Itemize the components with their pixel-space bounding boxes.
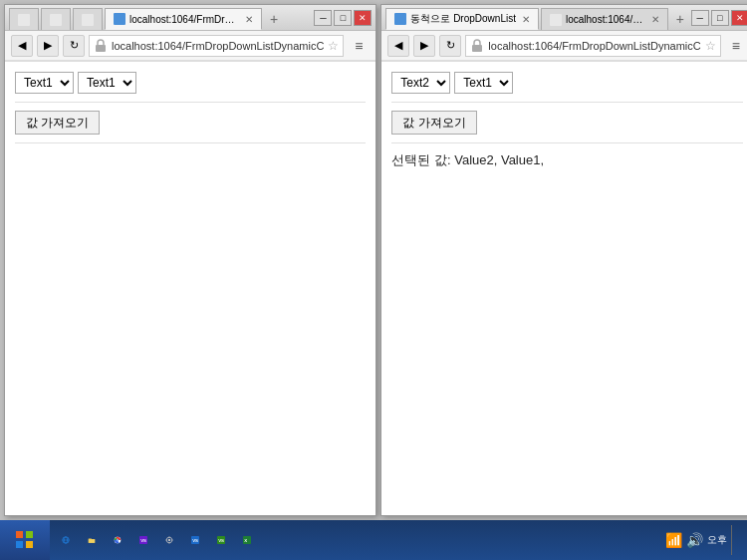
win-controls-1: ─ □ ✕ (314, 10, 372, 26)
divider-1 (15, 102, 366, 103)
forward-btn-2[interactable]: ▶ (413, 35, 435, 57)
vs2-icon: VS (191, 530, 199, 550)
taskbar-items: VS VS VS (50, 528, 657, 552)
tab-label-2b: localhost:1064/FrmDropDownListDynamicC 5… (566, 14, 645, 25)
tab-active-1[interactable]: localhost:1064/FrmDropDownListDynamicC 5… (105, 8, 262, 30)
vs-icon: VS (139, 530, 147, 550)
logo-q4 (26, 541, 33, 548)
selected-values-2: 선택된 값: Value2, Value1, (391, 151, 742, 169)
back-btn-2[interactable]: ◀ (387, 35, 409, 57)
vscode-icon: VS (217, 530, 225, 550)
tab-active-2a[interactable]: 동척으로 DropDownList ✕ (385, 8, 539, 30)
divider-2 (391, 102, 742, 103)
win-controls-2: ─ □ ✕ (691, 10, 747, 26)
svg-rect-4 (96, 45, 106, 52)
maximize-btn-2[interactable]: □ (711, 10, 729, 26)
close-btn-2[interactable]: ✕ (731, 10, 747, 26)
tab-label-2a: 동척으로 DropDownList (410, 12, 516, 26)
show-desktop[interactable] (731, 525, 739, 555)
logo-q2 (26, 531, 33, 538)
title-bar-1: localhost:1064/FrmDropDownListDynamicC 5… (5, 5, 375, 31)
page-icon (82, 14, 94, 26)
svg-point-17 (168, 539, 170, 541)
tab-list-2: 동척으로 DropDownList ✕ localhost:1064/FrmDr… (385, 5, 690, 30)
svg-rect-7 (472, 45, 482, 52)
svg-rect-5 (394, 13, 406, 25)
new-tab-btn-2[interactable]: + (670, 8, 690, 30)
taskbar-chrome[interactable] (106, 528, 129, 552)
address-text-2: localhost:1064/FrmDropDownListDynamicC (488, 40, 700, 52)
logo-q1 (16, 531, 23, 538)
browser-window-1: localhost:1064/FrmDropDownListDynamicC 5… (4, 4, 376, 516)
menu-btn-1[interactable]: ≡ (348, 35, 370, 57)
svg-text:VS: VS (140, 538, 146, 543)
minimize-btn-2[interactable]: ─ (691, 10, 709, 26)
tab-close-1[interactable]: ✕ (245, 14, 253, 25)
refresh-btn-1[interactable]: ↻ (63, 35, 85, 57)
chrome-icon (114, 530, 122, 550)
taskbar-vscode[interactable]: VS (209, 528, 233, 552)
back-btn-1[interactable]: ◀ (11, 35, 33, 57)
tab-2b[interactable]: localhost:1064/FrmDropDownListDynamicC 5… (541, 8, 668, 30)
taskbar: VS VS VS (0, 520, 747, 560)
taskbar-excel[interactable]: X (235, 528, 259, 552)
svg-point-13 (117, 539, 119, 541)
tab-icon-1c[interactable] (73, 8, 103, 30)
dropdown-select-1a[interactable]: Text1 Text2 (15, 72, 74, 94)
menu-btn-2[interactable]: ≡ (725, 35, 747, 57)
address-input-2[interactable]: localhost:1064/FrmDropDownListDynamicC ☆ (465, 35, 720, 57)
excel-icon: X (243, 530, 251, 550)
lock-icon-1 (94, 39, 108, 53)
logo-q3 (16, 541, 23, 548)
tab-close-2a[interactable]: ✕ (522, 14, 530, 25)
refresh-btn-2[interactable]: ↻ (439, 35, 461, 57)
tab-close-2b[interactable]: ✕ (651, 14, 659, 25)
tab-list-1: localhost:1064/FrmDropDownListDynamicC 5… (9, 5, 314, 30)
svg-rect-1 (50, 14, 62, 26)
address-bar-1: ◀ ▶ ↻ localhost:1064/FrmDropDownListDyna… (5, 31, 375, 61)
taskbar-vs[interactable]: VS (131, 528, 155, 552)
new-tab-btn-1[interactable]: + (264, 8, 284, 30)
svg-rect-0 (18, 14, 30, 26)
tray-network[interactable]: 📶 (665, 532, 682, 548)
dropdown-select-2a[interactable]: Text2 Text1 (391, 72, 450, 94)
dropdown-select-2b[interactable]: Text1 Text2 (454, 72, 513, 94)
svg-rect-2 (82, 14, 94, 26)
page-icon (50, 14, 62, 26)
taskbar-explorer[interactable] (80, 528, 104, 552)
desktop: localhost:1064/FrmDropDownListDynamicC 5… (0, 0, 747, 520)
page-icon (18, 14, 30, 26)
address-text-1: localhost:1064/FrmDropDownListDynamicC (112, 40, 324, 52)
taskbar-tools[interactable] (157, 528, 181, 552)
address-input-1[interactable]: localhost:1064/FrmDropDownListDynamicC ☆ (89, 35, 344, 57)
taskbar-vs2[interactable]: VS (183, 528, 207, 552)
svg-text:X: X (244, 538, 247, 543)
start-button[interactable] (0, 520, 50, 560)
page-favicon (114, 13, 125, 25)
star-icon-1[interactable]: ☆ (328, 39, 339, 53)
fetch-btn-2[interactable]: 값 가져오기 (391, 111, 476, 135)
dropdown-select-1b[interactable]: Text1 Text2 (78, 72, 136, 94)
close-btn-1[interactable]: ✕ (354, 10, 372, 26)
forward-btn-1[interactable]: ▶ (37, 35, 59, 57)
tab-active-label-1: localhost:1064/FrmDropDownListDynamicC 5… (129, 14, 239, 25)
address-bar-2: ◀ ▶ ↻ localhost:1064/FrmDropDownListDyna… (381, 31, 747, 61)
minimize-btn-1[interactable]: ─ (314, 10, 332, 26)
dropdown-row-1: Text1 Text2 Text1 Text2 (15, 72, 366, 94)
tray-volume[interactable]: 🔊 (686, 532, 703, 548)
star-icon-2[interactable]: ☆ (705, 39, 716, 53)
folder-icon (88, 530, 96, 550)
svg-text:VS: VS (218, 538, 224, 543)
lock-icon-2 (470, 39, 484, 53)
svg-rect-6 (550, 14, 562, 26)
tools-icon (165, 530, 173, 550)
taskbar-ie[interactable] (54, 528, 78, 552)
page-favicon-2 (394, 13, 406, 25)
ie-icon (62, 530, 70, 550)
maximize-btn-1[interactable]: □ (334, 10, 352, 26)
tab-icon-1a[interactable] (9, 8, 39, 30)
tab-icon-1b[interactable] (41, 8, 71, 30)
svg-rect-3 (114, 13, 125, 25)
fetch-btn-1[interactable]: 값 가져오기 (15, 111, 100, 135)
tray-time[interactable]: 오후 (707, 533, 727, 547)
